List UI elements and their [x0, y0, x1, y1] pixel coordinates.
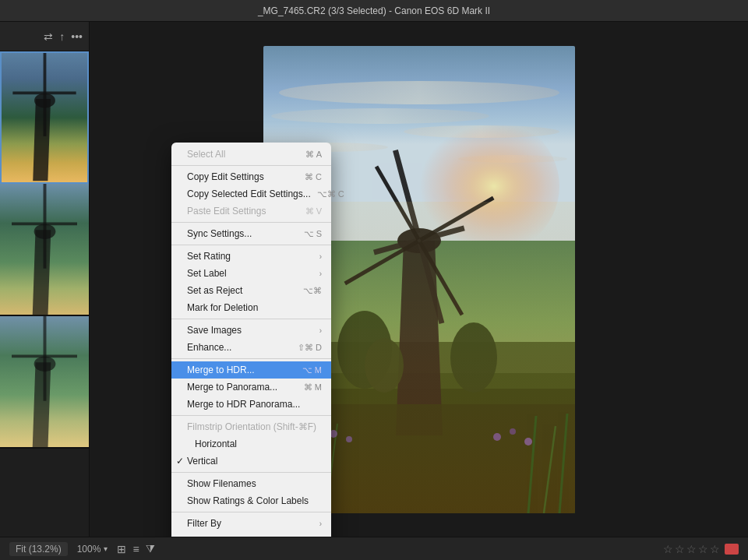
menu-label-merge-panorama: Merge to Panorama...: [187, 382, 277, 393]
menu-item-copy-edit-settings[interactable]: Copy Edit Settings ⌘ C: [171, 168, 331, 185]
menu-label-horizontal: Horizontal: [195, 438, 237, 449]
context-menu: Select All ⌘ A Copy Edit Settings ⌘ C Co…: [171, 143, 331, 537]
menu-item-paste-edit[interactable]: Paste Edit Settings ⌘ V: [171, 203, 331, 220]
star-4[interactable]: ☆: [698, 543, 708, 555]
set-rating-arrow-icon: ›: [319, 252, 322, 261]
menu-label-copy-selected-edit: Copy Selected Edit Settings...: [187, 188, 311, 199]
menu-shortcut-merge-panorama: ⌘ M: [304, 382, 322, 393]
menu-label-filter-by: Filter By: [187, 518, 221, 529]
star-2[interactable]: ☆: [675, 543, 685, 555]
menu-shortcut-sync: ⌥ S: [304, 229, 322, 239]
menu-separator-3: [171, 245, 331, 245]
menu-item-show-filenames[interactable]: Show Filenames: [171, 475, 331, 492]
menu-item-set-rating[interactable]: Set Rating ›: [171, 248, 331, 265]
svg-rect-6: [33, 230, 51, 315]
menu-separator-2: [171, 222, 331, 223]
svg-point-55: [510, 428, 516, 435]
menu-shortcut-merge-hdr: ⌥ M: [302, 365, 322, 375]
filmstrip-share-icon[interactable]: ↑: [59, 30, 65, 43]
menu-separator-5: [171, 358, 331, 359]
titlebar: _MG_7465.CR2 (3/3 Selected) - Canon EOS …: [0, 0, 748, 22]
menu-label-set-reject: Set as Reject: [187, 285, 242, 296]
menu-item-merge-hdr-panorama[interactable]: Merge to HDR Panorama...: [171, 396, 331, 413]
menu-label-show-filenames: Show Filenames: [187, 478, 256, 489]
menu-label-set-rating: Set Rating: [187, 251, 231, 262]
menu-item-merge-panorama[interactable]: Merge to Panorama... ⌘ M: [171, 379, 331, 396]
filter-by-arrow-icon: ›: [319, 519, 322, 528]
menu-item-show-ratings[interactable]: Show Ratings & Color Labels: [171, 492, 331, 509]
filmstrip-sync-icon[interactable]: ⇄: [44, 30, 53, 43]
filmstrip-thumb-3[interactable]: [0, 316, 89, 449]
filter-icon[interactable]: ⧩: [146, 542, 155, 555]
menu-item-sort-by[interactable]: Sort By ›: [171, 532, 331, 537]
menu-separator-8: [171, 512, 331, 512]
menu-item-save-images[interactable]: Save Images ›: [171, 322, 331, 339]
menu-label-set-label: Set Label: [187, 268, 227, 279]
menu-item-select-all[interactable]: Select All ⌘ A: [171, 146, 331, 163]
menu-label-paste-edit: Paste Edit Settings: [187, 206, 266, 217]
menu-label-vertical: Vertical: [187, 456, 217, 467]
bottom-toolbar: Fit (13.2%) 100% ▾ ⊞ ≡ ⧩ ☆ ☆ ☆ ☆ ☆: [0, 537, 748, 560]
title-text: _MG_7465.CR2 (3/3 Selected) - Canon EOS …: [258, 5, 490, 16]
star-rating[interactable]: ☆ ☆ ☆ ☆ ☆: [663, 543, 739, 555]
menu-separator-7: [171, 472, 331, 473]
menu-item-copy-selected-edit[interactable]: Copy Selected Edit Settings... ⌥⌘ C: [171, 185, 331, 203]
toolbar-icon-group: ⊞ ≡ ⧩: [117, 542, 154, 555]
thumb-image-2: [0, 184, 89, 315]
menu-label-select-all: Select All: [187, 149, 225, 160]
svg-point-56: [524, 438, 532, 446]
grid-icon[interactable]: ⊞: [117, 543, 126, 555]
star-1[interactable]: ☆: [663, 543, 673, 555]
filmstrip-thumb-1[interactable]: [0, 51, 89, 184]
menu-item-vertical[interactable]: ✓ Vertical: [171, 453, 331, 470]
save-images-arrow-icon: ›: [319, 326, 322, 335]
menu-shortcut-copy-edit: ⌘ C: [305, 172, 322, 182]
zoom-control[interactable]: 100% ▾: [77, 544, 108, 555]
svg-point-19: [279, 81, 559, 104]
thumb-image-3: [0, 316, 89, 447]
main-layout: ⇄ ↑ •••: [0, 22, 748, 537]
menu-item-filter-by[interactable]: Filter By ›: [171, 515, 331, 532]
menu-item-sync-settings[interactable]: Sync Settings... ⌥ S: [171, 225, 331, 242]
menu-item-filmstrip-orientation: Filmstrip Orientation (Shift-⌘F): [171, 418, 331, 435]
zoom-chevron-icon[interactable]: ▾: [104, 544, 108, 553]
menu-item-merge-hdr[interactable]: Merge to HDR... ⌥ M: [171, 361, 331, 379]
svg-rect-0: [33, 99, 51, 181]
star-3[interactable]: ☆: [686, 543, 697, 555]
menu-item-horizontal[interactable]: Horizontal: [171, 435, 331, 453]
filmstrip-thumb-2[interactable]: [0, 184, 89, 316]
menu-item-mark-deletion[interactable]: Mark for Deletion: [171, 299, 331, 316]
menu-item-enhance[interactable]: Enhance... ⇧⌘ D: [171, 339, 331, 356]
svg-point-54: [493, 433, 501, 441]
star-5[interactable]: ☆: [710, 543, 720, 555]
list-icon[interactable]: ≡: [132, 543, 139, 555]
menu-label-merge-hdr: Merge to HDR...: [187, 365, 255, 375]
menu-label-save-images: Save Images: [187, 325, 242, 336]
menu-item-set-reject[interactable]: Set as Reject ⌥⌘: [171, 282, 331, 299]
menu-shortcut-copy-selected: ⌥⌘ C: [317, 189, 344, 199]
filmstrip: ⇄ ↑ •••: [0, 22, 90, 537]
menu-label-merge-hdr-panorama: Merge to HDR Panorama...: [187, 399, 300, 410]
menu-shortcut-paste-edit: ⌘ V: [305, 206, 322, 217]
fit-button[interactable]: Fit (13.2%): [9, 542, 68, 556]
svg-rect-12: [33, 362, 51, 447]
sort-by-arrow-icon: ›: [319, 537, 322, 537]
menu-separator-6: [171, 415, 331, 416]
rating-flag[interactable]: [725, 544, 739, 555]
menu-label-enhance: Enhance...: [187, 342, 231, 353]
menu-separator-1: [171, 165, 331, 166]
menu-label-show-ratings: Show Ratings & Color Labels: [187, 495, 309, 506]
menu-label-copy-edit-settings: Copy Edit Settings: [187, 171, 264, 182]
svg-point-53: [346, 436, 352, 442]
menu-label-sync-settings: Sync Settings...: [187, 228, 252, 239]
menu-shortcut-select-all: ⌘ A: [305, 150, 322, 160]
filmstrip-toolbar: ⇄ ↑ •••: [0, 22, 89, 51]
menu-label-mark-deletion: Mark for Deletion: [187, 302, 258, 313]
set-label-arrow-icon: ›: [319, 269, 322, 278]
menu-label-filmstrip-orientation: Filmstrip Orientation (Shift-⌘F): [187, 421, 316, 432]
menu-item-set-label[interactable]: Set Label ›: [171, 265, 331, 282]
menu-label-sort-by: Sort By: [187, 535, 217, 537]
menu-shortcut-enhance: ⇧⌘ D: [298, 343, 322, 353]
filmstrip-more-icon[interactable]: •••: [71, 30, 83, 43]
menu-separator-4: [171, 319, 331, 319]
